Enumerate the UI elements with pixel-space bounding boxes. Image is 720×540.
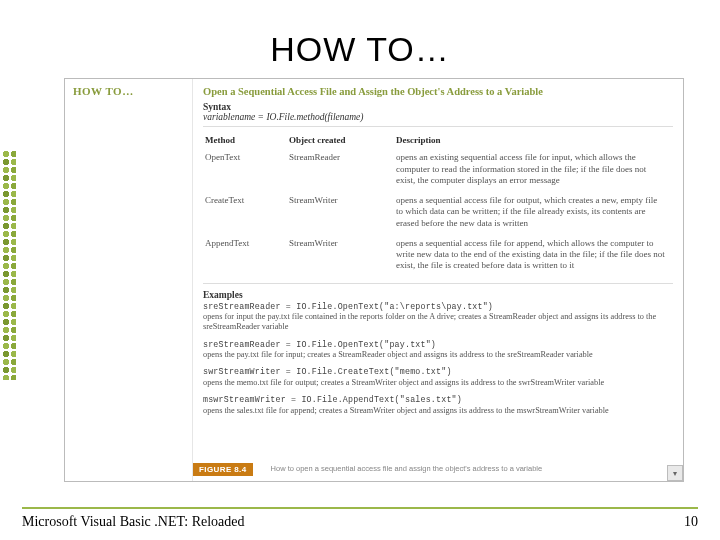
table-row: CreateText StreamWriter opens a sequenti… <box>205 193 671 234</box>
slide-title: HOW TO… <box>0 30 720 69</box>
cell-desc: opens an existing sequential access file… <box>396 150 671 191</box>
table-row: AppendText StreamWriter opens a sequenti… <box>205 236 671 277</box>
content-panel: HOW TO… Open a Sequential Access File an… <box>64 78 684 482</box>
examples-label: Examples <box>203 290 673 300</box>
cell-method: CreateText <box>205 193 287 234</box>
col-object: Object created <box>289 133 394 148</box>
footer-left-text: Microsoft Visual Basic .NET: Reloaded <box>22 514 245 530</box>
scroll-down-button[interactable]: ▾ <box>667 465 683 481</box>
example-block: swrStreamWriter = IO.File.CreateText("me… <box>203 367 673 388</box>
example-code: mswrStreamWriter = IO.File.AppendText("s… <box>203 395 673 405</box>
cell-object: StreamWriter <box>289 193 394 234</box>
table-header-row: Method Object created Description <box>205 133 671 148</box>
figure-caption: How to open a sequential access file and… <box>271 465 659 473</box>
cell-method: AppendText <box>205 236 287 277</box>
figure-tag: FIGURE 8.4 <box>193 463 253 476</box>
example-code: sreStreamReader = IO.File.OpenText("pay.… <box>203 340 673 350</box>
example-desc: opens the pay.txt file for input; create… <box>203 350 673 360</box>
example-block: sreStreamReader = IO.File.OpenText("pay.… <box>203 340 673 361</box>
example-code: swrStreamWriter = IO.File.CreateText("me… <box>203 367 673 377</box>
panel-left-heading: HOW TO… <box>73 85 184 97</box>
divider <box>203 283 673 284</box>
cell-desc: opens a sequential access file for appen… <box>396 236 671 277</box>
decorative-sidebar <box>0 0 18 540</box>
chevron-down-icon: ▾ <box>673 469 677 478</box>
col-method: Method <box>205 133 287 148</box>
table-row: OpenText StreamReader opens an existing … <box>205 150 671 191</box>
col-description: Description <box>396 133 671 148</box>
cell-object: StreamReader <box>289 150 394 191</box>
panel-left-column: HOW TO… <box>65 79 193 481</box>
panel-body: Open a Sequential Access File and Assign… <box>193 79 683 457</box>
page-number: 10 <box>684 514 698 530</box>
section-heading: Open a Sequential Access File and Assign… <box>203 85 673 98</box>
methods-table: Method Object created Description OpenTe… <box>203 131 673 279</box>
example-desc: opens the sales.txt file for append; cre… <box>203 406 673 416</box>
example-code: sreStreamReader = IO.File.OpenText("a:\r… <box>203 302 673 312</box>
syntax-label: Syntax <box>203 102 673 112</box>
slide-footer: Microsoft Visual Basic .NET: Reloaded 10 <box>22 507 698 530</box>
cell-method: OpenText <box>205 150 287 191</box>
cell-object: StreamWriter <box>289 236 394 277</box>
syntax-line: variablename = IO.File.method(filename) <box>203 112 673 122</box>
divider <box>203 126 673 127</box>
figure-footer: FIGURE 8.4 How to open a sequential acce… <box>193 457 659 481</box>
cell-desc: opens a sequential access file for outpu… <box>396 193 671 234</box>
example-block: mswrStreamWriter = IO.File.AppendText("s… <box>203 395 673 416</box>
example-desc: opens for input the pay.txt file contain… <box>203 312 673 333</box>
example-desc: opens the memo.txt file for output; crea… <box>203 378 673 388</box>
example-block: sreStreamReader = IO.File.OpenText("a:\r… <box>203 302 673 333</box>
